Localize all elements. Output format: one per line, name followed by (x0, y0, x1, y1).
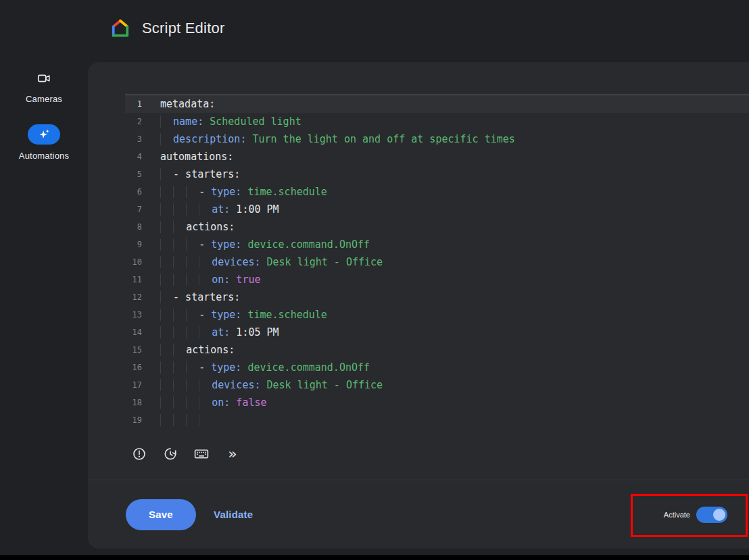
indent-guide (186, 379, 199, 391)
sidebar-item-cameras[interactable]: Cameras (26, 69, 62, 104)
history-icon (163, 447, 178, 461)
line-number: 10 (125, 253, 142, 271)
indent-guide (186, 203, 199, 215)
code-line[interactable]: 1metadata: (125, 95, 749, 113)
bottom-bar (0, 555, 749, 560)
keyboard-button[interactable] (189, 442, 214, 466)
indent-guide (173, 186, 186, 198)
activate-label: Activate (664, 511, 690, 519)
code-line[interactable]: 10 devices: Desk light - Office (125, 253, 749, 271)
indent-guide (160, 256, 173, 268)
indent-guide (160, 221, 173, 233)
indent-guide (199, 414, 212, 426)
indent-guide (173, 256, 186, 268)
indent-guide (186, 256, 199, 268)
code-line[interactable]: 18 on: false (125, 394, 749, 411)
indent-guide (160, 309, 173, 321)
indent-guide (160, 116, 173, 128)
code-line-text: - type: time.schedule (160, 183, 327, 201)
indent-guide (160, 203, 173, 215)
code-editor[interactable]: 1metadata:2 name: Scheduled light3 descr… (125, 95, 749, 430)
code-line[interactable]: 8 actions: (125, 218, 749, 236)
code-line-text (160, 411, 212, 429)
indent-guide (186, 309, 199, 321)
indent-guide (160, 133, 173, 145)
code-line-text: description: Turn the light on and off a… (160, 130, 515, 148)
line-number: 13 (125, 306, 142, 324)
line-number: 12 (125, 288, 142, 306)
indent-guide (199, 256, 212, 268)
google-home-logo-icon (110, 18, 130, 39)
indent-guide (186, 274, 199, 286)
indent-guide (186, 361, 199, 374)
indent-guide (186, 326, 199, 338)
indent-guide (199, 397, 212, 409)
code-line[interactable]: 7 at: 1:00 PM (125, 201, 749, 218)
indent-guide (160, 414, 173, 426)
code-line[interactable]: 14 at: 1:05 PM (125, 324, 749, 341)
code-line-text: actions: (160, 218, 235, 236)
sparkle-icon (37, 128, 51, 141)
indent-guide (160, 344, 173, 356)
code-line-text: on: true (160, 271, 261, 288)
code-line[interactable]: 17 devices: Desk light - Office (125, 376, 749, 394)
code-line[interactable]: 9 - type: device.command.OnOff (125, 236, 749, 253)
code-line[interactable]: 12 - starters: (125, 288, 749, 306)
indent-guide (186, 186, 199, 198)
indent-guide (173, 379, 186, 391)
alert-circle-icon (132, 447, 147, 461)
indent-guide (173, 414, 186, 426)
code-line-text: name: Scheduled light (160, 113, 301, 130)
code-lines: 1metadata:2 name: Scheduled light3 descr… (125, 95, 749, 429)
script-editor-screen: Script Editor Cameras Automations (0, 0, 749, 560)
code-line[interactable]: 11 on: true (125, 271, 749, 288)
code-line[interactable]: 15 actions: (125, 341, 749, 359)
indent-guide (173, 397, 186, 409)
line-number: 3 (125, 130, 142, 148)
code-line[interactable]: 2 name: Scheduled light (125, 113, 749, 130)
code-line[interactable]: 4automations: (125, 148, 749, 166)
sidebar-item-label: Automations (19, 151, 69, 161)
code-line[interactable]: 6 - type: time.schedule (125, 183, 749, 201)
indent-guide (160, 361, 173, 374)
indent-guide (160, 291, 173, 303)
indent-guide (160, 238, 173, 251)
code-line[interactable]: 3 description: Turn the light on and off… (125, 130, 749, 148)
line-number: 11 (125, 271, 142, 288)
save-button[interactable]: Save (126, 499, 196, 530)
indent-guide (173, 309, 186, 321)
activate-toggle[interactable] (696, 507, 727, 523)
code-line-text: - type: device.command.OnOff (160, 359, 370, 376)
line-number: 6 (125, 183, 142, 201)
sidebar-item-automations[interactable]: Automations (19, 124, 69, 161)
validate-button[interactable]: Validate (214, 509, 253, 520)
line-number: 19 (125, 411, 142, 429)
more-button[interactable]: » (220, 442, 245, 466)
indent-guide (160, 168, 173, 180)
line-number: 14 (125, 324, 142, 341)
line-number: 1 (125, 95, 142, 113)
double-chevron-icon: » (228, 447, 237, 461)
code-line-text: devices: Desk light - Office (160, 253, 383, 271)
code-line-text: actions: (160, 341, 235, 359)
activate-control: Activate (664, 507, 727, 523)
code-line-text: metadata: (160, 95, 215, 113)
line-number: 18 (125, 394, 142, 411)
sidebar-item-label: Cameras (26, 94, 62, 104)
indent-guide (173, 203, 186, 215)
code-line-text: - starters: (160, 288, 240, 306)
code-line[interactable]: 5 - starters: (125, 166, 749, 183)
app-header: Script Editor (0, 0, 749, 57)
indent-guide (173, 344, 186, 356)
toggle-knob (713, 509, 725, 521)
code-line[interactable]: 13 - type: time.schedule (125, 306, 749, 324)
indent-guide (160, 379, 173, 391)
problems-button[interactable] (127, 442, 151, 466)
code-line[interactable]: 19 (125, 411, 749, 429)
code-line[interactable]: 16 - type: device.command.OnOff (125, 359, 749, 376)
indent-guide (160, 397, 173, 409)
editor-toolbar: » (127, 442, 245, 466)
code-line-text: on: false (160, 394, 267, 411)
line-number: 15 (125, 341, 142, 359)
history-button[interactable] (158, 442, 183, 466)
